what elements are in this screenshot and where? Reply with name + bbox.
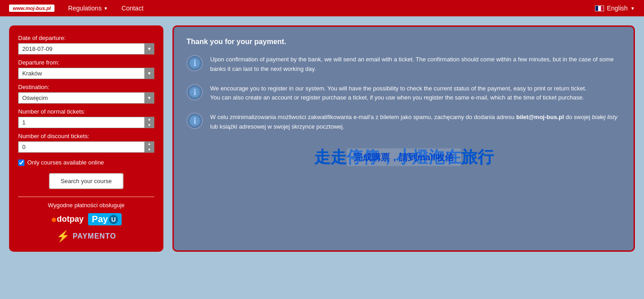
discount-tickets-spinner: ▲ ▼: [18, 141, 154, 153]
discount-tickets-input[interactable]: [18, 141, 154, 153]
overlay-banner: 完成購票，請到mail收信: [346, 149, 461, 166]
info-icon-2: ℹ: [187, 84, 203, 100]
info-glyph-2: ℹ: [193, 87, 197, 97]
dotpay-logo: ●dotpay: [51, 214, 84, 225]
nav-links: Regulations ▼ Contact: [68, 5, 143, 12]
regulations-link[interactable]: Regulations ▼: [68, 5, 108, 12]
discount-tickets-spinbtns: ▲ ▼: [144, 141, 154, 153]
search-button-label: Search your course: [61, 178, 112, 184]
destination-label: Destination:: [18, 84, 154, 90]
online-only-label: Only courses available online: [27, 159, 104, 166]
normal-tickets-up[interactable]: ▲: [144, 117, 154, 123]
info-paragraph-3a: W celu zminimalizowania możliwości zakwa…: [210, 114, 515, 120]
online-only-row: Only courses available online: [18, 159, 154, 166]
info-paragraph-3d: białej listy: [592, 114, 617, 120]
thank-you-heading: Thank you for your payment.: [187, 38, 621, 46]
payment-logos: ●dotpay PayU: [18, 213, 154, 225]
info-paragraph-2b: You can also create an account or regist…: [210, 94, 584, 101]
flag-icon: [595, 5, 604, 11]
payu-u-icon: U: [109, 215, 118, 224]
language-dropdown-icon: ▼: [630, 6, 635, 11]
info-item-2: ℹ We encourage you to register in our sy…: [187, 84, 621, 103]
paymento-logo: ⚡ PAYMENTO: [18, 230, 154, 243]
overlay-text: 完成購票，請到mail收信: [354, 152, 453, 162]
destination-select[interactable]: Oświęcim: [18, 92, 154, 104]
search-button[interactable]: Search your course: [49, 173, 124, 189]
info-paragraph-1: Upon confirmation of payment by the bank…: [210, 56, 614, 72]
info-icon-3: ℹ: [187, 113, 203, 129]
navbar: www.moj-bus.pl Regulations ▼ Contact Eng…: [0, 0, 644, 16]
email-link[interactable]: bilet@moj-bus.pl: [516, 114, 564, 120]
normal-tickets-down[interactable]: ▼: [144, 123, 154, 129]
info-paragraph-3c: do swojej: [565, 114, 590, 120]
normal-tickets-label: Number of normal tickets:: [18, 108, 154, 115]
info-item-3: ℹ W celu zminimalizowania możliwości zak…: [187, 113, 621, 132]
paymento-text: PAYMENTO: [73, 232, 116, 240]
regulations-dropdown-icon: ▼: [103, 6, 108, 11]
info-item-1: ℹ Upon confirmation of payment by the ba…: [187, 55, 621, 74]
language-label: English: [607, 5, 628, 12]
discount-tickets-down[interactable]: ▼: [144, 147, 154, 153]
info-paragraph-3e: lub książki adresowej w swojej skrzynce …: [210, 123, 344, 130]
departure-select-wrapper: Kraków ▼: [18, 68, 154, 79]
info-icon-1: ℹ: [187, 55, 203, 71]
normal-tickets-spinner: ▲ ▼: [18, 117, 154, 128]
info-text-1: Upon confirmation of payment by the bank…: [210, 55, 621, 74]
discount-tickets-label: Number of discount tickets:: [18, 133, 154, 140]
online-only-checkbox[interactable]: [18, 159, 25, 166]
date-input[interactable]: [18, 43, 154, 55]
date-label: Date of departure:: [18, 35, 154, 41]
info-paragraph-2a: We encourage you to register in our syst…: [210, 85, 586, 92]
sidebar-divider: [18, 196, 154, 197]
date-select-wrapper: ▼: [18, 43, 154, 55]
normal-tickets-input[interactable]: [18, 117, 154, 128]
info-text-2: We encourage you to register in our syst…: [210, 84, 586, 103]
search-panel: Date of departure: ▼ Departure from: Kra…: [9, 25, 163, 252]
departure-label: Departure from:: [18, 59, 154, 66]
site-logo[interactable]: www.moj-bus.pl: [9, 5, 54, 12]
destination-select-wrapper: Oświęcim ▼: [18, 92, 154, 104]
contact-label: Contact: [122, 5, 143, 12]
payu-logo: PayU: [88, 213, 122, 225]
info-glyph-1: ℹ: [193, 58, 197, 68]
regulations-label: Regulations: [68, 5, 102, 12]
info-panel: Thank you for your payment. ℹ Upon confi…: [172, 25, 635, 252]
paymento-icon: ⚡: [56, 230, 70, 243]
info-text-3: W celu zminimalizowania możliwości zakwa…: [210, 113, 621, 132]
contact-link[interactable]: Contact: [122, 5, 143, 12]
discount-tickets-up[interactable]: ▲: [144, 141, 154, 147]
payment-label: Wygodne płatności obsługuje: [18, 202, 154, 209]
normal-tickets-spinbtns: ▲ ▼: [144, 117, 154, 128]
watermark-area: 走走停停，小燈泡在旅行 完成購票，請到mail收信: [187, 142, 621, 173]
dot-icon: ●: [51, 214, 57, 225]
departure-select[interactable]: Kraków: [18, 68, 154, 79]
language-selector[interactable]: English ▼: [595, 5, 635, 12]
main-content: Date of departure: ▼ Departure from: Kra…: [0, 16, 644, 261]
info-glyph-3: ℹ: [193, 116, 197, 126]
